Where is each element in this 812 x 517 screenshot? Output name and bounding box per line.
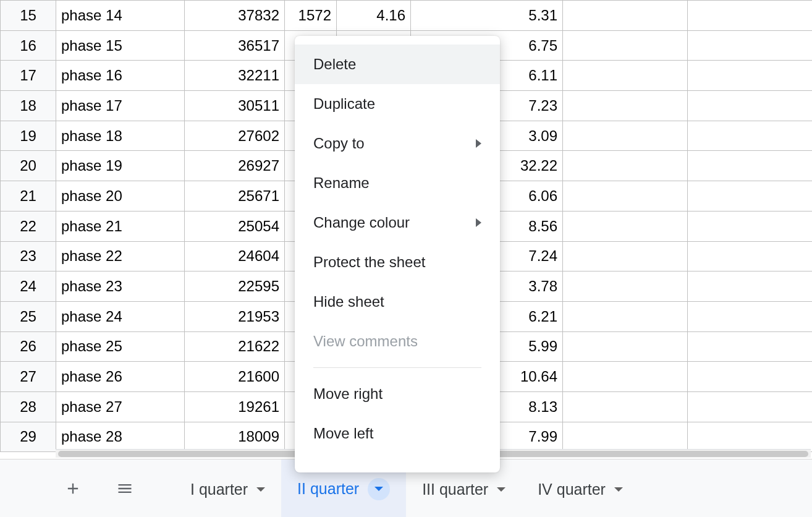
cell[interactable]: phase 21 <box>56 211 185 241</box>
row-header[interactable]: 26 <box>1 331 56 362</box>
tab-menu-button[interactable] <box>368 478 390 500</box>
cell[interactable] <box>563 151 688 181</box>
menu-item-rename[interactable]: Rename <box>295 163 500 203</box>
cell[interactable] <box>563 362 688 392</box>
cell[interactable]: 19261 <box>185 391 285 422</box>
cell[interactable]: phase 17 <box>56 91 185 121</box>
cell[interactable]: 21622 <box>185 331 285 362</box>
menu-item-copy-to[interactable]: Copy to <box>295 124 500 163</box>
cell[interactable]: phase 28 <box>56 422 185 452</box>
cell[interactable]: phase 24 <box>56 301 185 331</box>
row-header[interactable]: 16 <box>1 30 56 61</box>
cell[interactable]: 37832 <box>185 1 285 31</box>
cell[interactable] <box>563 391 688 422</box>
menu-item-change-colour[interactable]: Change colour <box>295 203 500 242</box>
cell[interactable] <box>688 1 813 31</box>
menu-item-protect-sheet[interactable]: Protect the sheet <box>295 242 500 282</box>
cell[interactable] <box>563 301 688 331</box>
cell[interactable]: phase 25 <box>56 331 185 362</box>
row-header[interactable]: 24 <box>1 271 56 302</box>
menu-item-delete[interactable]: Delete <box>295 45 500 84</box>
row-header[interactable]: 28 <box>1 391 56 422</box>
row-header[interactable]: 20 <box>1 151 56 181</box>
cell[interactable] <box>563 422 688 452</box>
cell[interactable] <box>688 61 813 91</box>
row-header[interactable]: 22 <box>1 211 56 241</box>
cell[interactable] <box>563 30 688 61</box>
cell[interactable]: phase 14 <box>56 1 185 31</box>
menu-item-move-right[interactable]: Move right <box>295 374 500 414</box>
cell[interactable] <box>688 362 813 392</box>
cell[interactable] <box>688 422 813 452</box>
cell[interactable] <box>688 211 813 241</box>
cell[interactable] <box>688 91 813 121</box>
cell[interactable]: 24604 <box>185 241 285 271</box>
cell[interactable] <box>563 241 688 271</box>
cell[interactable]: 21953 <box>185 301 285 331</box>
cell[interactable] <box>563 331 688 362</box>
cell[interactable] <box>563 61 688 91</box>
cell[interactable] <box>688 391 813 422</box>
cell[interactable]: 21600 <box>185 362 285 392</box>
row-header[interactable]: 25 <box>1 301 56 331</box>
menu-item-hide-sheet[interactable]: Hide sheet <box>295 282 500 322</box>
row-header[interactable]: 27 <box>1 362 56 392</box>
cell[interactable]: phase 27 <box>56 391 185 422</box>
cell[interactable]: 4.16 <box>337 1 411 31</box>
cell[interactable]: phase 23 <box>56 271 185 302</box>
row-header[interactable]: 18 <box>1 91 56 121</box>
cell[interactable]: 36517 <box>185 30 285 61</box>
row-header[interactable]: 19 <box>1 121 56 151</box>
cell[interactable]: 1572 <box>285 1 337 31</box>
cell[interactable]: 30511 <box>185 91 285 121</box>
menu-item-label: Copy to <box>313 135 365 152</box>
cell[interactable] <box>688 271 813 302</box>
cell[interactable]: phase 15 <box>56 30 185 61</box>
cell[interactable] <box>688 331 813 362</box>
cell[interactable]: phase 26 <box>56 362 185 392</box>
cell[interactable] <box>563 271 688 302</box>
cell[interactable] <box>563 211 688 241</box>
chevron-right-icon <box>476 139 481 148</box>
cell[interactable]: 32211 <box>185 61 285 91</box>
cell[interactable] <box>563 121 688 151</box>
cell[interactable]: 27602 <box>185 121 285 151</box>
cell[interactable] <box>688 151 813 181</box>
menu-item-move-left[interactable]: Move left <box>295 414 500 453</box>
cell[interactable]: 25054 <box>185 211 285 241</box>
cell[interactable] <box>688 241 813 271</box>
cell[interactable]: 5.31 <box>411 1 563 31</box>
row-header[interactable]: 17 <box>1 61 56 91</box>
menu-item-label: Protect the sheet <box>313 254 425 271</box>
cell[interactable] <box>563 91 688 121</box>
cell[interactable] <box>688 301 813 331</box>
row-header[interactable]: 29 <box>1 422 56 452</box>
cell[interactable]: phase 22 <box>56 241 185 271</box>
menu-item-label: Hide sheet <box>313 293 384 310</box>
cell[interactable]: phase 19 <box>56 151 185 181</box>
cell[interactable] <box>688 181 813 212</box>
cell[interactable] <box>688 121 813 151</box>
sheet-tab-label: IV quarter <box>538 481 606 498</box>
add-sheet-button[interactable] <box>56 471 90 506</box>
row-header[interactable]: 15 <box>1 1 56 31</box>
menu-item-duplicate[interactable]: Duplicate <box>295 84 500 124</box>
cell[interactable] <box>563 1 688 31</box>
all-sheets-button[interactable] <box>108 471 142 506</box>
cell[interactable] <box>688 30 813 61</box>
cell[interactable]: 26927 <box>185 151 285 181</box>
cell[interactable] <box>563 181 688 212</box>
cell[interactable]: 22595 <box>185 271 285 302</box>
menu-item-label: Move right <box>313 385 383 403</box>
cell[interactable]: 25671 <box>185 181 285 212</box>
sheet-tab-q4[interactable]: IV quarter <box>522 459 639 517</box>
row-header[interactable]: 23 <box>1 241 56 271</box>
row-header[interactable]: 21 <box>1 181 56 212</box>
menu-item-label: View comments <box>313 333 418 350</box>
cell[interactable]: phase 16 <box>56 61 185 91</box>
menu-item-label: Duplicate <box>313 95 375 113</box>
cell[interactable]: 18009 <box>185 422 285 452</box>
sheet-tab-q1[interactable]: I quarter <box>174 459 281 517</box>
cell[interactable]: phase 20 <box>56 181 185 212</box>
cell[interactable]: phase 18 <box>56 121 185 151</box>
